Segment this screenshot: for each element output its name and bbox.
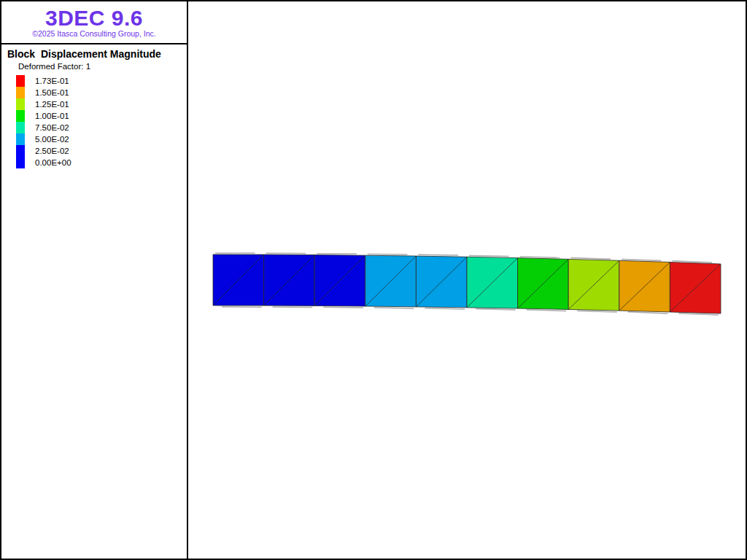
beam-visualization [188, 1, 747, 559]
legend-entry: 0.00E+00 [16, 157, 71, 168]
deformed-factor-label: Deformed Factor: 1 [18, 62, 90, 71]
legend-value: 1.25E-01 [35, 98, 69, 110]
legend-panel: 3DEC 9.6 ©2025 Itasca Consulting Group, … [1, 1, 187, 559]
legend-color-swatch [16, 75, 25, 87]
separator-line [1, 43, 187, 44]
legend-title: Block Displacement Magnitude [7, 48, 161, 60]
legend-entry: 1.73E-01 [16, 75, 71, 87]
legend-value: 0.00E+00 [35, 157, 71, 168]
legend-color-swatch [16, 87, 25, 98]
legend-value: 1.73E-01 [35, 75, 69, 87]
legend-entry: 7.50E-02 [16, 122, 71, 133]
application-window: 3DEC 9.6 ©2025 Itasca Consulting Group, … [0, 0, 747, 560]
legend-color-scale: 1.73E-011.50E-011.25E-011.00E-017.50E-02… [16, 75, 71, 168]
legend-color-swatch [16, 157, 25, 168]
legend-value: 1.50E-01 [35, 87, 69, 98]
legend-value: 1.00E-01 [35, 110, 69, 122]
legend-entry: 1.25E-01 [16, 98, 71, 110]
legend-color-swatch [16, 145, 25, 157]
legend-value: 5.00E-02 [35, 133, 69, 145]
legend-entry: 2.50E-02 [16, 145, 71, 157]
copyright-text: ©2025 Itasca Consulting Group, Inc. [1, 29, 187, 38]
legend-color-swatch [16, 122, 25, 133]
legend-color-swatch [16, 110, 25, 122]
legend-value: 2.50E-02 [35, 145, 69, 157]
app-title: 3DEC 9.6 [1, 6, 187, 31]
legend-entry: 1.50E-01 [16, 87, 71, 98]
model-viewport[interactable] [188, 1, 746, 559]
legend-entry: 5.00E-02 [16, 133, 71, 145]
legend-color-swatch [16, 98, 25, 110]
legend-value: 7.50E-02 [35, 122, 69, 133]
legend-color-swatch [16, 133, 25, 145]
legend-entry: 1.00E-01 [16, 110, 71, 122]
